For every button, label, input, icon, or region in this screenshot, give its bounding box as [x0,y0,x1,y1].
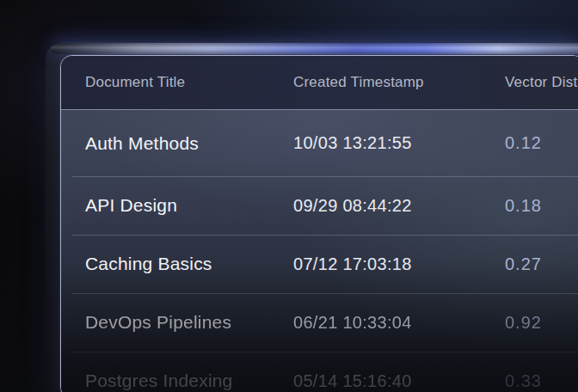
vector-distance-cell: 0.92 [505,313,578,333]
column-header-document-title: Document Title [85,74,293,91]
document-title-cell: Postgres Indexing [85,371,293,391]
vector-distance-cell: 0.33 [505,371,578,391]
table-row-devops-pipelines[interactable]: DevOps Pipelines 06/21 10:33:04 0.92 [61,293,578,352]
created-timestamp-cell: 06/21 10:33:04 [293,313,505,333]
vector-distance-cell: 0.27 [505,254,578,274]
table-row-postgres-indexing[interactable]: Postgres Indexing 05/14 15:16:40 0.33 [61,352,578,392]
vector-distance-cell: 0.18 [505,196,578,216]
table-header-row: Document Title Created Timestamp Vector … [61,56,578,110]
vector-distance-cell: 0.12 [505,133,578,153]
table-row-api-design[interactable]: API Design 09/29 08:44:22 0.18 [61,176,578,235]
created-timestamp-cell: 05/14 15:16:40 [293,371,505,391]
document-title-cell: Caching Basics [85,254,293,274]
created-timestamp-cell: 10/03 13:21:55 [293,133,505,153]
column-header-created-timestamp: Created Timestamp [293,74,505,91]
table-row-auth-methods[interactable]: Auth Methods 10/03 13:21:55 0.12 [61,110,578,176]
created-timestamp-cell: 09/29 08:44:22 [293,196,505,216]
created-timestamp-cell: 07/12 17:03:18 [293,254,505,274]
documents-table-card: Document Title Created Timestamp Vector … [60,55,578,392]
document-title-cell: Auth Methods [85,133,293,154]
document-title-cell: DevOps Pipelines [85,312,293,333]
page-background: Document Title Created Timestamp Vector … [0,0,578,392]
light-streak [51,43,578,54]
column-header-vector-distance: Vector Distance [505,74,578,91]
document-title-cell: API Design [85,195,293,216]
table-body: Auth Methods 10/03 13:21:55 0.12 API Des… [61,110,578,392]
table-row-caching-basics[interactable]: Caching Basics 07/12 17:03:18 0.27 [61,235,578,293]
